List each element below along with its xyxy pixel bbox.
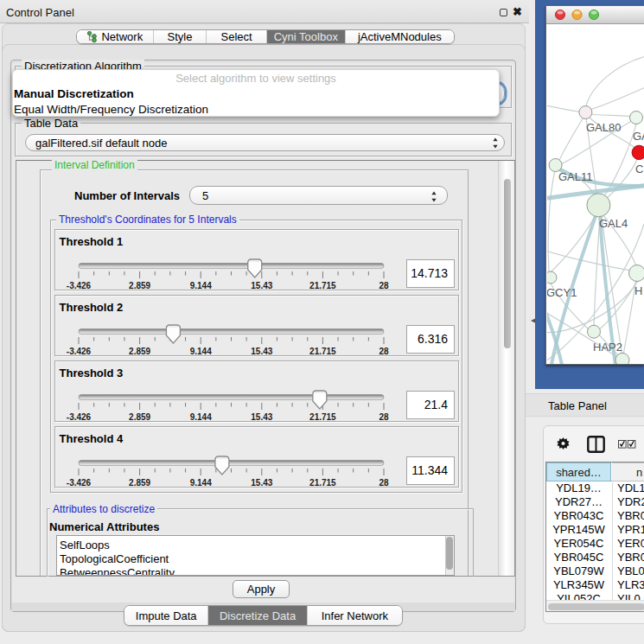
svg-text:28: 28 <box>379 478 389 488</box>
svg-text:28: 28 <box>379 347 389 356</box>
svg-text:GAL4: GAL4 <box>599 217 628 230</box>
svg-text:-3.426: -3.426 <box>67 281 92 290</box>
svg-text:H: H <box>634 284 642 297</box>
svg-text:GAL80: GAL80 <box>586 121 621 134</box>
svg-text:15.43: 15.43 <box>251 347 272 356</box>
svg-text:2.859: 2.859 <box>129 281 150 290</box>
svg-text:-3.426: -3.426 <box>67 478 92 488</box>
svg-text:9.144: 9.144 <box>190 281 212 290</box>
svg-text:-3.426: -3.426 <box>67 347 92 356</box>
svg-text:28: 28 <box>379 412 389 422</box>
svg-text:2.859: 2.859 <box>129 412 150 422</box>
svg-text:C: C <box>635 163 643 175</box>
svg-text:2.859: 2.859 <box>129 478 150 488</box>
svg-text:GAL11: GAL11 <box>558 170 593 183</box>
svg-text:15.43: 15.43 <box>251 478 272 488</box>
svg-text:21.715: 21.715 <box>309 281 336 290</box>
svg-text:9.144: 9.144 <box>190 347 212 356</box>
svg-text:21.715: 21.715 <box>309 478 336 488</box>
svg-text:HAP2: HAP2 <box>593 341 622 354</box>
svg-text:15.43: 15.43 <box>251 281 272 290</box>
svg-text:GA: GA <box>633 130 644 143</box>
svg-text:-3.426: -3.426 <box>67 412 92 422</box>
svg-text:9.144: 9.144 <box>190 412 212 422</box>
svg-text:9.144: 9.144 <box>190 478 212 488</box>
svg-text:2.859: 2.859 <box>129 347 150 356</box>
svg-text:21.715: 21.715 <box>309 412 336 422</box>
svg-text:28: 28 <box>379 281 389 290</box>
svg-text:21.715: 21.715 <box>309 347 336 356</box>
svg-text:GCY1: GCY1 <box>547 286 577 299</box>
svg-text:15.43: 15.43 <box>251 412 272 422</box>
